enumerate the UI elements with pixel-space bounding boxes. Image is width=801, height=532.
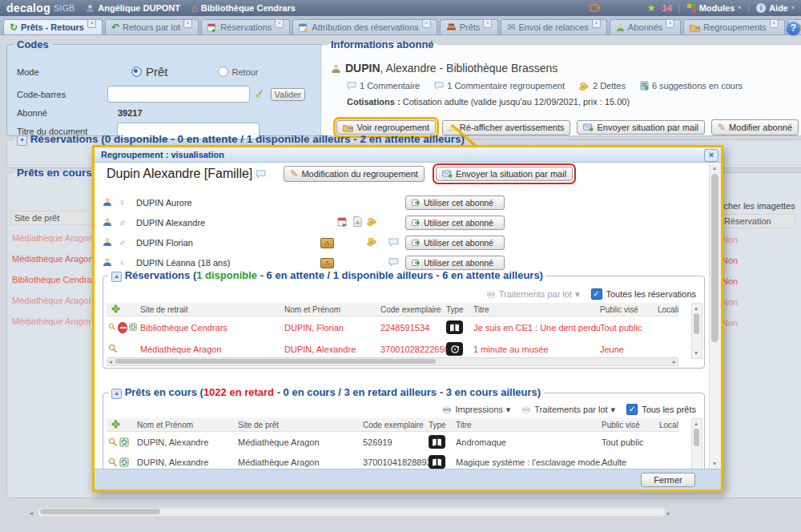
tab-envoi-relances[interactable]: ✉ Envoi de relances × [501, 19, 607, 34]
modules-menu[interactable]: Modules ▾ [687, 3, 742, 13]
tab-close-icon[interactable]: × [666, 19, 674, 28]
reservation-row[interactable]: Bibliothèque Cendrars DUPIN, Florian 224… [107, 316, 678, 338]
commentaire-regroupement-badge[interactable]: 1 Commentaire regroupement [434, 81, 565, 91]
tab-close-icon[interactable]: × [483, 19, 492, 28]
bg-reservation-header[interactable]: Réservation [720, 214, 795, 228]
col-public-vise[interactable]: Public visé [602, 421, 659, 429]
tab-close-icon[interactable]: × [770, 19, 779, 28]
tab-reservations[interactable]: Réservations × [201, 19, 290, 34]
modal-titlebar[interactable]: Regroupement : visualisation [95, 147, 721, 163]
chevron-down-icon: ▾ [506, 405, 511, 415]
renew-icon[interactable] [119, 437, 129, 447]
retour-radio[interactable] [218, 66, 228, 77]
collapse-toggle-icon[interactable]: ▴ [111, 389, 122, 399]
comment-icon[interactable] [388, 238, 399, 247]
tab-regroupements[interactable]: Regroupements × [683, 19, 784, 34]
tab-retours-par-lot[interactable]: ↶ Retours par lot × [105, 19, 199, 34]
detail-magnifier-icon[interactable] [108, 322, 116, 332]
col-titre[interactable]: Titre [473, 305, 600, 314]
col-type[interactable]: Type [446, 305, 473, 314]
scroll-up-icon[interactable]: ▴ [694, 305, 698, 312]
modification-regroupement-button[interactable]: ✎ Modification du regroupement [284, 166, 425, 182]
batch-select-icon[interactable] [111, 304, 120, 313]
detail-magnifier-icon[interactable] [108, 344, 118, 353]
aide-menu[interactable]: i Aide ▾ [756, 3, 795, 13]
help-button[interactable]: ? [787, 22, 800, 35]
modal-vertical-scrollbar[interactable]: ▴ ▾ [709, 163, 721, 470]
tous-les-prets-checkbox[interactable]: ✓ Tous les prêts [626, 404, 696, 415]
collapse-toggle-icon[interactable]: ▴ [111, 272, 122, 282]
envoyer-situation-mail-button[interactable]: Envoyer la situation par mail [436, 167, 573, 181]
scroll-up-icon[interactable]: ▴ [713, 165, 716, 171]
reservations-horizontal-scrollbar[interactable]: ◂ ▸ [107, 357, 678, 366]
checkbox-checked-icon[interactable]: ✓ [591, 288, 602, 300]
tab-abonnes[interactable]: Abonnés × [610, 19, 681, 34]
tab-attribution-reservations[interactable]: Attribution des réservations × [292, 19, 437, 34]
col-site-pret[interactable]: Site de prêt [238, 421, 363, 429]
col-localisation[interactable]: Localisation [659, 421, 678, 429]
cancel-reservation-icon[interactable] [118, 322, 127, 333]
clear-broom-icon[interactable] [255, 89, 264, 99]
code-barres-input[interactable] [107, 86, 250, 103]
scroll-down-icon[interactable]: ▾ [694, 350, 698, 357]
comment-icon[interactable] [388, 258, 399, 267]
traitements-par-lot-menu[interactable]: Traitements par lot ▾ [486, 289, 580, 300]
favorites-star-icon[interactable]: ★ [647, 3, 656, 13]
impressions-menu[interactable]: Impressions ▾ [442, 405, 510, 415]
current-user[interactable]: Angélique DUPONT [86, 3, 180, 13]
detail-magnifier-icon[interactable] [108, 457, 118, 467]
utiliser-abonne-button[interactable]: Utiliser cet abonné [405, 236, 505, 250]
current-site[interactable]: ⌂ Bibliothèque Cendrars [191, 3, 296, 14]
scroll-up-icon[interactable]: ▴ [694, 421, 698, 427]
tab-close-icon[interactable]: × [275, 19, 284, 28]
col-code-exemplaire[interactable]: Code exemplaire [380, 305, 446, 314]
traitements-par-lot-menu[interactable]: Traitements par lot ▾ [521, 405, 615, 415]
tab-close-icon[interactable]: × [422, 19, 431, 28]
pret-row[interactable]: DUPIN, Alexandre Médiathèque Aragon 5269… [107, 432, 678, 452]
col-nom-prenom[interactable]: Nom et Prénom [284, 305, 380, 314]
utiliser-abonne-button[interactable]: Utiliser cet abonné [405, 195, 505, 210]
col-nom-prenom[interactable]: Nom et Prénom [137, 421, 238, 429]
scroll-down-icon[interactable]: ▾ [713, 461, 716, 467]
col-type[interactable]: Type [429, 421, 456, 429]
modal-close-button[interactable]: × [704, 149, 718, 162]
bg-horizontal-scrollbar[interactable] [38, 507, 666, 517]
pret-radio[interactable] [131, 66, 142, 77]
fermer-button[interactable]: Fermer [641, 473, 695, 487]
toutes-reservations-checkbox[interactable]: ✓ Toutes les réservations [591, 288, 697, 300]
transfer-icon[interactable] [129, 322, 137, 332]
notification-icon[interactable] [590, 3, 601, 13]
tab-close-icon[interactable]: × [87, 19, 96, 28]
dettes-badge[interactable]: 2 Dettes [579, 81, 626, 91]
reservations-vertical-scrollbar[interactable]: ▴ ▾ [691, 303, 702, 359]
scroll-left-icon[interactable]: ◂ [30, 510, 33, 517]
tab-close-icon[interactable]: × [183, 19, 192, 28]
tab-prets[interactable]: Prêts × [440, 19, 499, 34]
col-localisation[interactable]: Localis [658, 305, 678, 314]
detail-magnifier-icon[interactable] [108, 437, 118, 447]
prets-vertical-scrollbar[interactable]: ▴ [691, 418, 702, 473]
collapse-toggle-icon[interactable]: ▾ [17, 135, 27, 146]
suggestions-badge[interactable]: 6 suggestions en cours [640, 81, 743, 91]
comment-icon[interactable] [256, 170, 266, 179]
tab-prets-retours[interactable]: ↻ Prêts - Retours × [3, 19, 103, 34]
valider-button[interactable]: Valider [271, 88, 305, 101]
scroll-right-icon[interactable]: ▸ [667, 510, 670, 517]
col-site-retrait[interactable]: Site de retrait [140, 305, 284, 314]
col-titre[interactable]: Titre [456, 421, 602, 429]
batch-select-icon[interactable] [111, 420, 120, 429]
mode-pret-option[interactable]: Prêt [131, 65, 168, 79]
checkbox-checked-icon[interactable]: ✓ [626, 404, 638, 415]
utiliser-abonne-button[interactable]: Utiliser cet abonné [405, 216, 505, 230]
tab-close-icon[interactable]: × [592, 19, 601, 28]
reservation-row[interactable]: Médiathèque Aragon DUPIN, Alexandre 3700… [107, 338, 678, 360]
utiliser-abonne-button[interactable]: Utiliser cet abonné [405, 256, 505, 270]
scroll-left-icon[interactable]: ◂ [109, 359, 112, 365]
bg-site-pret-header[interactable]: Site de prêt [10, 211, 99, 225]
col-code-exemplaire[interactable]: Code exemplaire [363, 421, 429, 429]
commentaire-badge[interactable]: 1 Commentaire [347, 81, 420, 91]
renew-icon[interactable] [119, 457, 129, 467]
col-public-vise[interactable]: Public visé [600, 305, 658, 314]
mode-retour-option[interactable]: Retour [218, 66, 259, 77]
scroll-right-icon[interactable]: ▸ [673, 359, 676, 365]
